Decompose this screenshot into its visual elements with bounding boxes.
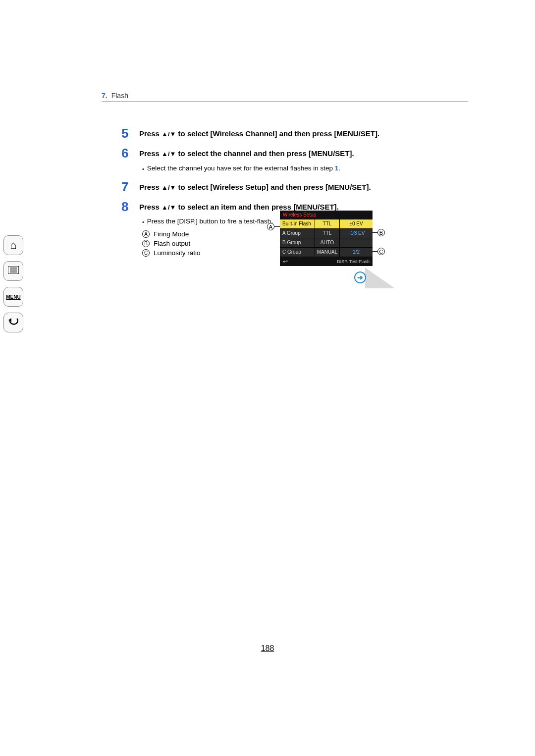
step-number: 5 — [121, 127, 132, 140]
lcd-cell-name: Built-in Flash — [280, 219, 315, 228]
step-bullet: • Select the channel you have set for th… — [142, 164, 463, 173]
section-header: 7. Flash — [102, 92, 468, 102]
nav-sidebar: ⌂ MENU — [3, 235, 25, 332]
lcd-cell-value — [339, 238, 373, 247]
lcd-footer-label: DISP. Test Flash — [337, 259, 370, 264]
lcd-cell-value: ±0 EV — [339, 219, 373, 228]
step-7: 7 Press ▲/▼ to select [Wireless Setup] a… — [121, 180, 463, 193]
bullet-dot: • — [142, 217, 144, 226]
callout-line — [274, 226, 280, 227]
home-icon: ⌂ — [10, 239, 16, 252]
home-button[interactable]: ⌂ — [3, 235, 23, 255]
lcd-cell-mode: TTL — [315, 219, 339, 228]
callout-b: B — [377, 229, 385, 236]
step-number: 8 — [121, 200, 132, 213]
lcd-row-b: B Group AUTO — [280, 238, 373, 248]
lcd-cell-name: B Group — [280, 238, 315, 247]
page-corner-fold — [365, 268, 395, 288]
lcd-row-builtin: Built-in Flash TTL ±0 EV — [280, 219, 373, 229]
menu-button[interactable]: MENU — [3, 287, 23, 307]
lcd-cell-value: 1/2 — [339, 248, 373, 257]
lcd-cell-mode: AUTO — [315, 238, 339, 247]
bullet-dot: • — [142, 164, 144, 173]
lcd-cell-value: +1⁄3 EV — [339, 229, 373, 238]
step-number: 6 — [121, 147, 132, 160]
back-icon — [8, 317, 19, 328]
lcd-row-a: A Group TTL +1⁄3 EV — [280, 229, 373, 238]
legend-text: Firing Mode — [154, 230, 189, 238]
lcd-cell-name: C Group — [280, 248, 315, 257]
lcd-cell-mode: TTL — [315, 229, 339, 238]
legend-marker: C — [142, 249, 150, 257]
step-title: Press ▲/▼ to select [Wireless Setup] and… — [139, 182, 463, 193]
step-number: 7 — [121, 180, 132, 193]
step-title: Press ▲/▼ to select the channel and then… — [139, 148, 463, 160]
back-button[interactable] — [3, 313, 23, 332]
callout-c: C — [377, 248, 385, 255]
step-6: 6 Press ▲/▼ to select the channel and th… — [121, 147, 463, 173]
legend-text: Flash output — [154, 240, 190, 247]
section-number: 7. — [102, 92, 107, 100]
next-page-arrow[interactable]: ➜ — [354, 271, 366, 283]
toc-icon — [8, 266, 19, 276]
lcd-row-c: C Group MANUAL 1/2 — [280, 248, 373, 257]
callout-a: A — [267, 223, 274, 230]
arrow-right-icon: ➜ — [357, 273, 363, 281]
lcd-screen: Wireless Setup Built-in Flash TTL ±0 EV … — [280, 211, 373, 266]
toc-button[interactable] — [3, 261, 23, 281]
lcd-footer: ↩ DISP. Test Flash — [280, 257, 373, 266]
page-number: 188 — [261, 644, 274, 653]
menu-label: MENU — [6, 294, 20, 300]
legend-text: Luminosity ratio — [154, 249, 201, 257]
lcd-title: Wireless Setup — [280, 211, 373, 219]
legend-marker: A — [142, 230, 150, 238]
lcd-cell-mode: MANUAL — [315, 248, 339, 257]
step-5: 5 Press ▲/▼ to select [Wireless Channel]… — [121, 127, 463, 140]
lcd-back-icon: ↩ — [283, 258, 288, 265]
section-title: Flash — [111, 92, 128, 100]
step-title: Press ▲/▼ to select [Wireless Channel] a… — [139, 128, 463, 140]
lcd-cell-name: A Group — [280, 229, 315, 238]
legend-marker: B — [142, 240, 150, 247]
